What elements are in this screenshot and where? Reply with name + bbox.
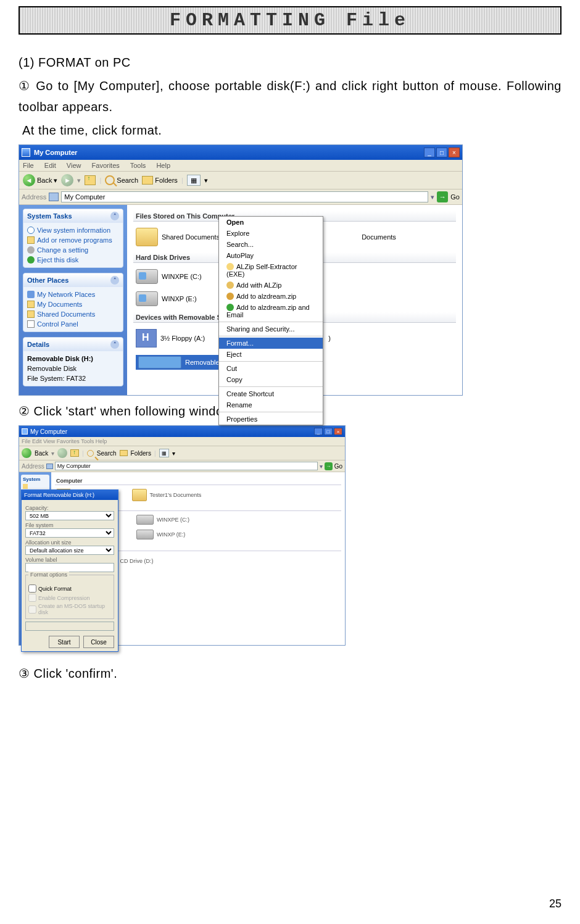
quick-format-checkbox[interactable]: Quick Format <box>28 584 111 593</box>
place-link[interactable]: Shared Documents <box>27 309 119 319</box>
up-button[interactable] <box>85 175 96 185</box>
go-button[interactable]: → <box>437 191 448 202</box>
menubar[interactable]: File Edit View Favorites Tools Help <box>19 437 345 446</box>
toolbar: ◄Back▾ ► ▾ | Search Folders | ▦▾ <box>19 172 462 189</box>
item-drive-e[interactable]: WINXP (E:) <box>136 291 197 306</box>
item-drive-c[interactable]: WINXPE (C:) <box>135 512 341 527</box>
ctx-alzip-exe[interactable]: ALZip Self-Extractor (EXE) <box>219 261 323 280</box>
ctx-explore[interactable]: Explore <box>219 228 323 239</box>
capacity-select[interactable]: 502 MB <box>25 511 114 520</box>
item-drive-c[interactable]: WINXPE (C:) <box>136 269 202 284</box>
close-button[interactable]: × <box>449 148 460 157</box>
menu-view[interactable]: View <box>67 162 81 169</box>
format-dialog: Format Removable Disk (H:) Capacity: 502… <box>21 489 118 652</box>
menu-file[interactable]: File <box>23 162 34 169</box>
ctx-eject[interactable]: Eject <box>219 349 323 360</box>
volume-label-input[interactable] <box>25 563 114 572</box>
ctx-rename[interactable]: Rename <box>219 399 323 410</box>
ctx-search[interactable]: Search... <box>219 239 323 250</box>
network-icon <box>27 291 35 298</box>
chevron-icon[interactable]: ˄ <box>110 212 119 220</box>
start-button[interactable]: Start <box>49 636 80 648</box>
ctx-alzip-email[interactable]: Add to alzdream.zip and Email <box>219 302 323 320</box>
panel-header[interactable]: Details˄ <box>23 338 123 351</box>
link-label: Change a setting <box>37 246 88 254</box>
menu-favorites[interactable]: Favorites <box>92 162 120 169</box>
task-link[interactable]: Eject this disk <box>27 255 119 265</box>
forward-button[interactable]: ► <box>61 174 73 186</box>
place-link[interactable]: My Documents <box>27 299 119 309</box>
back-button[interactable]: ◄Back▾ <box>23 174 57 186</box>
search-label[interactable]: Search <box>97 450 117 457</box>
menu-help[interactable]: Help <box>156 162 170 169</box>
maximize-button[interactable]: □ <box>436 148 447 157</box>
item-shared-docs[interactable]: Shared Documents <box>136 228 220 246</box>
link-label: My Network Places <box>37 291 95 298</box>
folders-button[interactable]: Folders <box>142 176 178 185</box>
dropdown-icon[interactable]: ▾ <box>431 193 434 201</box>
content-pane: Files Stored on This Computer Shared Doc… <box>127 205 462 395</box>
dropdown-icon[interactable]: ▾ <box>320 463 323 470</box>
ctx-autoplay[interactable]: AutoPlay <box>219 250 323 261</box>
ctx-properties[interactable]: Properties <box>219 414 323 425</box>
item-floppy[interactable]: 3½ Floppy (A:) <box>136 329 205 348</box>
menu-edit[interactable]: Edit <box>44 162 56 169</box>
item-user-docs[interactable]: Documents <box>362 233 396 241</box>
chevron-icon[interactable]: ˄ <box>110 276 119 285</box>
task-link[interactable]: Add or remove programs <box>27 235 119 245</box>
task-link[interactable]: Change a setting <box>27 245 119 255</box>
search-label: Search <box>117 177 138 184</box>
ctx-format[interactable]: Format... <box>219 338 323 349</box>
chevron-icon[interactable]: ˄ <box>110 340 119 349</box>
ctx-copy[interactable]: Copy <box>219 374 323 385</box>
filesystem-select[interactable]: FAT32 <box>25 528 114 538</box>
close-button[interactable]: Close <box>83 636 114 648</box>
up-button[interactable] <box>70 449 79 457</box>
volume-label-label: Volume label <box>25 557 114 563</box>
task-link[interactable]: View system information <box>27 225 119 235</box>
ctx-cut[interactable]: Cut <box>219 363 323 374</box>
folder-icon <box>27 310 35 318</box>
section-heading: (1) FORMAT on PC <box>19 52 561 73</box>
back-button[interactable] <box>22 448 31 458</box>
allocation-select[interactable]: Default allocation size <box>25 546 114 555</box>
place-link[interactable]: Control Panel <box>27 319 119 329</box>
link-label: Control Panel <box>37 320 78 328</box>
folder-icon <box>120 450 128 456</box>
ctx-alzip-add[interactable]: Add with ALZip <box>219 280 323 291</box>
views-button[interactable]: ▦ <box>187 175 201 186</box>
menu-tools[interactable]: Tools <box>130 162 146 169</box>
panel-header[interactable]: Other Places˄ <box>23 273 123 287</box>
views-button[interactable]: ▦ <box>159 449 169 457</box>
minimize-button[interactable]: _ <box>314 428 323 435</box>
go-button[interactable]: → <box>325 462 333 470</box>
item-label: WINXP (E:) <box>162 295 197 302</box>
window-title: My Computer <box>34 149 423 156</box>
minimize-button[interactable]: _ <box>424 148 435 157</box>
ctx-label: Add to alzdream.zip and Email <box>226 304 310 318</box>
address-input[interactable] <box>61 191 428 202</box>
go-label: Go <box>450 193 460 201</box>
chk-label: Create an MS-DOS startup disk <box>38 603 111 615</box>
chk-label: Quick Format <box>38 586 72 592</box>
search-button[interactable]: Search <box>105 175 138 185</box>
page-title: FORMATTING File <box>19 6 561 35</box>
dropdown-icon[interactable]: ▾ <box>77 177 81 185</box>
panel-header[interactable]: System Tasks˄ <box>23 209 123 223</box>
ctx-open[interactable]: Open <box>219 217 323 228</box>
item-drive-e[interactable]: WINXP (E:) <box>135 527 341 542</box>
place-link[interactable]: My Network Places <box>27 289 119 299</box>
dropdown-icon[interactable]: ▾ <box>204 177 208 185</box>
ctx-sharing[interactable]: Sharing and Security... <box>219 323 323 335</box>
menubar[interactable]: File Edit View Favorites Tools Help <box>19 160 462 172</box>
dropdown-icon[interactable]: ▾ <box>54 177 57 185</box>
folders-label[interactable]: Folders <box>131 450 151 457</box>
forward-button[interactable] <box>57 448 67 458</box>
ctx-shortcut[interactable]: Create Shortcut <box>219 388 323 399</box>
close-button[interactable]: × <box>334 428 342 435</box>
maximize-button[interactable]: □ <box>324 428 333 435</box>
ctx-alzip-zip[interactable]: Add to alzdream.zip <box>219 291 323 302</box>
item-userdocs[interactable]: Tester1's Documents <box>131 486 203 504</box>
address-input[interactable] <box>55 462 318 470</box>
item-label: Shared Documents <box>162 233 220 241</box>
